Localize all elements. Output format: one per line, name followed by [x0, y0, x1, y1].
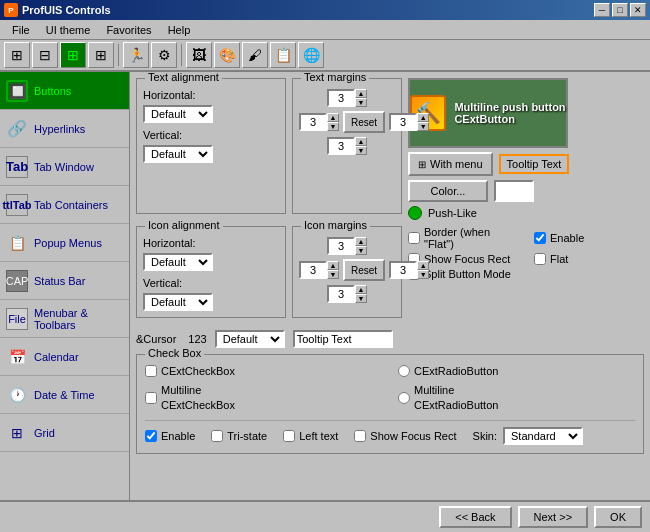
back-button[interactable]: << Back: [439, 506, 511, 528]
toolbar-btn-5[interactable]: 🏃: [123, 42, 149, 68]
cb-tristate-input[interactable]: [211, 430, 223, 442]
next-button[interactable]: Next >>: [518, 506, 589, 528]
tooltip-input[interactable]: [293, 330, 393, 348]
icon-margin-bottom: ▲ ▼: [327, 285, 367, 303]
cb-showfocus-checkbox[interactable]: Show Focus Rect: [354, 430, 456, 442]
text-align-v-select[interactable]: Default: [143, 145, 213, 163]
date-time-icon: 🕐: [6, 384, 28, 406]
sidebar-item-status-bar[interactable]: CAP Status Bar: [0, 262, 129, 300]
ok-button[interactable]: OK: [594, 506, 642, 528]
text-margin-left-input[interactable]: [299, 113, 327, 131]
with-menu-button[interactable]: ⊞ With menu: [408, 152, 493, 176]
enable-input[interactable]: [534, 232, 546, 244]
sidebar-item-hyperlinks[interactable]: 🔗 Hyperlinks: [0, 110, 129, 148]
text-margin-left-down[interactable]: ▼: [327, 122, 339, 131]
icon-margin-reset-btn[interactable]: Reset: [343, 259, 385, 281]
cb-tristate-checkbox[interactable]: Tri-state: [211, 430, 267, 442]
icon-margin-left-down[interactable]: ▼: [327, 270, 339, 279]
toolbar-btn-7[interactable]: 🖼: [186, 42, 212, 68]
minimize-button[interactable]: ─: [594, 3, 610, 17]
text-margin-left: ▲ ▼: [299, 113, 339, 131]
icon-margin-right-input[interactable]: [389, 261, 417, 279]
icon-margin-top-up[interactable]: ▲: [355, 237, 367, 246]
icon-margin-left-input[interactable]: [299, 261, 327, 279]
sidebar-item-menubar[interactable]: File Menubar & Toolbars: [0, 300, 129, 338]
text-margin-top-input[interactable]: [327, 89, 355, 107]
color-button[interactable]: Color...: [408, 180, 488, 202]
cext-radio-input[interactable]: [398, 365, 410, 377]
text-margin-reset-btn[interactable]: Reset: [343, 111, 385, 133]
title-text: ProfUIS Controls: [22, 4, 111, 16]
icon-margin-top-down[interactable]: ▼: [355, 246, 367, 255]
icon-margin-left-spin: ▲ ▼: [327, 261, 339, 279]
maximize-button[interactable]: □: [612, 3, 628, 17]
toolbar-btn-11[interactable]: 🌐: [298, 42, 324, 68]
flat-checkbox[interactable]: Flat: [534, 253, 644, 265]
icon-margin-right-down[interactable]: ▼: [417, 270, 429, 279]
multiline-checkbox-input[interactable]: [145, 392, 157, 404]
icon-margin-right-up[interactable]: ▲: [417, 261, 429, 270]
text-margin-right-up[interactable]: ▲: [417, 113, 429, 122]
grid-icon: ⊞: [6, 422, 28, 444]
text-align-h-select-row: Default: [143, 105, 279, 123]
text-margin-right-input[interactable]: [389, 113, 417, 131]
multiline-radio-input[interactable]: [398, 392, 410, 404]
multiline-radio-label: MultilineCExtRadioButton: [414, 383, 498, 414]
icon-margin-left-up[interactable]: ▲: [327, 261, 339, 270]
text-margin-top-up[interactable]: ▲: [355, 89, 367, 98]
skin-select[interactable]: Standard: [503, 427, 583, 445]
icon-align-h-select[interactable]: Default: [143, 253, 213, 271]
menu-favorites[interactable]: Favorites: [98, 22, 159, 38]
split-button-label: Split Button Mode: [424, 268, 511, 280]
sidebar-item-tab-window[interactable]: Tab Tab Window: [0, 148, 129, 186]
menu-ui-theme[interactable]: UI theme: [38, 22, 99, 38]
sidebar-item-date-time[interactable]: 🕐 Date & Time: [0, 376, 129, 414]
cb-enable-checkbox[interactable]: Enable: [145, 430, 195, 442]
cursor-select[interactable]: Default: [215, 330, 285, 348]
button-preview: 🔨 Multiline push button CExtButton: [408, 78, 568, 148]
enable-checkbox[interactable]: Enable: [534, 226, 644, 250]
sidebar-item-popup-menus[interactable]: 📋 Popup Menus: [0, 224, 129, 262]
toolbar-btn-9[interactable]: 🖌: [242, 42, 268, 68]
flat-input[interactable]: [534, 253, 546, 265]
sidebar-item-grid[interactable]: ⊞ Grid: [0, 414, 129, 452]
cext-radio-item[interactable]: CExtRadioButton: [398, 365, 635, 377]
icon-margin-bottom-down[interactable]: ▼: [355, 294, 367, 303]
close-button[interactable]: ✕: [630, 3, 646, 17]
cb-showfocus-input[interactable]: [354, 430, 366, 442]
text-margin-top-down[interactable]: ▼: [355, 98, 367, 107]
sidebar-item-buttons[interactable]: 🔲 Buttons: [0, 72, 129, 110]
toolbar-btn-8[interactable]: 🎨: [214, 42, 240, 68]
menu-file[interactable]: File: [4, 22, 38, 38]
border-flat-input[interactable]: [408, 232, 420, 244]
cb-lefttext-checkbox[interactable]: Left text: [283, 430, 338, 442]
menu-help[interactable]: Help: [160, 22, 199, 38]
icon-align-v-select[interactable]: Default: [143, 293, 213, 311]
toolbar-btn-4[interactable]: ⊞: [88, 42, 114, 68]
icon-margin-top: ▲ ▼: [327, 237, 367, 255]
toolbar-btn-2[interactable]: ⊟: [32, 42, 58, 68]
text-margin-bottom-down[interactable]: ▼: [355, 146, 367, 155]
icon-margin-bottom-up[interactable]: ▲: [355, 285, 367, 294]
cb-enable-input[interactable]: [145, 430, 157, 442]
toolbar-btn-1[interactable]: ⊞: [4, 42, 30, 68]
toolbar-btn-3[interactable]: ⊞: [60, 42, 86, 68]
icon-margin-top-input[interactable]: [327, 237, 355, 255]
toolbar-btn-10[interactable]: 📋: [270, 42, 296, 68]
text-margin-bottom-up[interactable]: ▲: [355, 137, 367, 146]
toolbar-btn-6[interactable]: ⚙: [151, 42, 177, 68]
cb-lefttext-input[interactable]: [283, 430, 295, 442]
checkbox-grid: CExtCheckBox CExtRadioButton MultilineCE…: [145, 365, 635, 414]
text-margin-bottom-input[interactable]: [327, 137, 355, 155]
multiline-radio-item[interactable]: MultilineCExtRadioButton: [398, 383, 635, 414]
border-flat-checkbox[interactable]: Border (when "Flat"): [408, 226, 518, 250]
sidebar-item-tab-containers[interactable]: ttlTab Tab Containers: [0, 186, 129, 224]
cext-checkbox-item[interactable]: CExtCheckBox: [145, 365, 382, 377]
cext-checkbox-input[interactable]: [145, 365, 157, 377]
text-margin-right-down[interactable]: ▼: [417, 122, 429, 131]
multiline-checkbox-item[interactable]: MultilineCExtCheckBox: [145, 383, 382, 414]
icon-margin-bottom-input[interactable]: [327, 285, 355, 303]
sidebar-item-calendar[interactable]: 📅 Calendar: [0, 338, 129, 376]
text-margin-left-up[interactable]: ▲: [327, 113, 339, 122]
text-align-h-select[interactable]: Default: [143, 105, 213, 123]
